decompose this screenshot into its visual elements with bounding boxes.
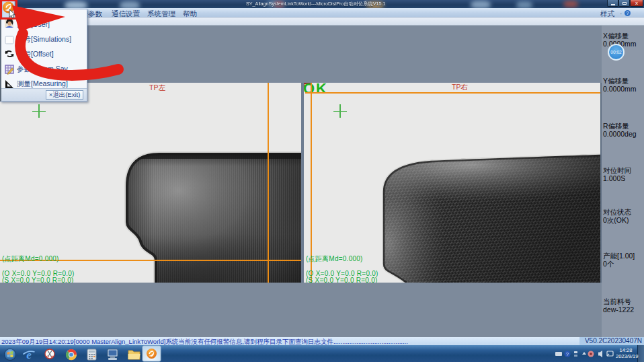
svg-text:e: e [26,349,32,361]
svg-text:?: ? [566,352,569,357]
